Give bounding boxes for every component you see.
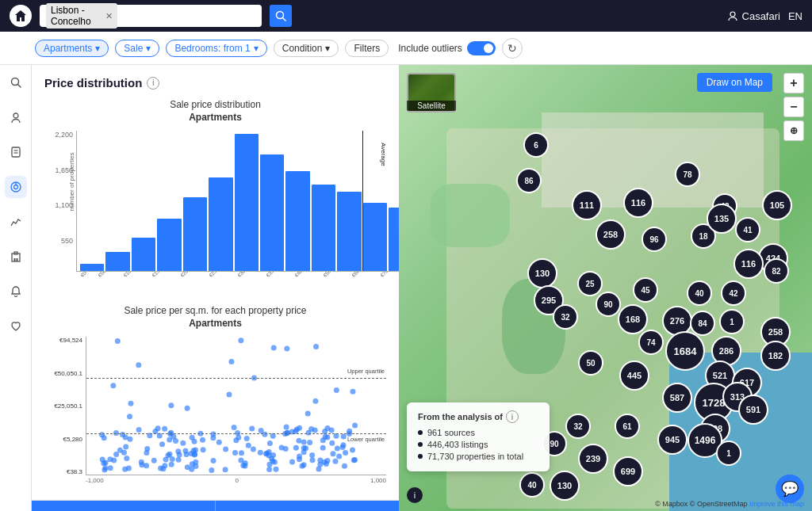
average-label: Average: [380, 143, 387, 166]
cluster-116b[interactable]: 116: [733, 249, 764, 279]
cluster-25[interactable]: 25: [577, 271, 603, 296]
cluster-61[interactable]: 61: [615, 414, 640, 439]
svg-point-127: [309, 452, 315, 458]
panel-info-icon[interactable]: i: [147, 77, 159, 90]
svg-point-178: [324, 458, 330, 463]
cluster-82[interactable]: 82: [764, 258, 789, 284]
cluster-105[interactable]: 105: [762, 190, 792, 220]
bedrooms-filter[interactable]: Bedrooms: from 1 ▾: [166, 40, 266, 57]
cluster-239[interactable]: 239: [578, 444, 608, 474]
sidebar-icon-chart[interactable]: [5, 211, 27, 233]
x-label-11: €700k-800k: [379, 272, 399, 284]
improve-map-link[interactable]: Improve this map: [749, 500, 804, 508]
sidebar-icon-search[interactable]: [5, 71, 27, 93]
location-button[interactable]: ⊕: [783, 120, 804, 141]
filters-button[interactable]: Filters: [345, 40, 389, 57]
cluster-74[interactable]: 74: [638, 330, 664, 355]
outliers-toggle[interactable]: [467, 41, 496, 55]
svg-point-116: [162, 426, 167, 432]
market-report-button[interactable]: Market report: [215, 501, 399, 511]
cluster-1b[interactable]: 1: [716, 440, 741, 466]
search-input[interactable]: [122, 10, 255, 22]
refresh-button[interactable]: ↻: [502, 38, 523, 59]
svg-point-30: [289, 460, 295, 465]
svg-point-57: [223, 467, 228, 472]
svg-point-124: [329, 440, 335, 446]
zoom-out-button[interactable]: −: [783, 97, 804, 117]
cluster-32b[interactable]: 32: [565, 414, 591, 439]
svg-point-143: [266, 467, 272, 472]
cluster-130b[interactable]: 130: [550, 471, 580, 501]
svg-point-102: [108, 465, 113, 471]
sidebar-icon-bell[interactable]: [5, 280, 27, 303]
cluster-116[interactable]: 116: [623, 188, 653, 218]
cluster-84[interactable]: 84: [690, 311, 715, 336]
cluster-445[interactable]: 445: [619, 360, 649, 391]
condition-filter[interactable]: Condition ▾: [274, 40, 339, 57]
cluster-96[interactable]: 96: [642, 227, 667, 252]
svg-point-22: [335, 446, 340, 452]
scatter-x-2: 0: [236, 477, 239, 484]
svg-point-5: [13, 113, 18, 118]
type-filter[interactable]: Apartments ▾: [35, 40, 109, 57]
cluster-42b[interactable]: 42: [721, 280, 746, 306]
zoom-in-button[interactable]: +: [783, 73, 804, 93]
upper-quartile-label: Upper quartile: [347, 368, 385, 375]
chart2-subtitle: Apartments: [44, 318, 386, 329]
scatter-y-axis: €94,524 €50,050.1 €25,050.1 €5,280 €38.3: [44, 337, 86, 475]
cluster-699[interactable]: 699: [613, 456, 643, 486]
action-bar: Advanced market analysis Market report: [32, 500, 399, 511]
draw-on-map-button[interactable]: Draw on Map: [697, 73, 772, 92]
sidebar-icon-analytics[interactable]: [5, 176, 27, 198]
sidebar-icon-building[interactable]: [5, 246, 27, 268]
svg-point-163: [177, 452, 182, 457]
market-analysis-button[interactable]: Advanced market analysis: [32, 501, 215, 511]
svg-point-10: [13, 185, 17, 189]
cluster-40b[interactable]: 40: [519, 472, 545, 498]
left-panel: Price distribution i Sale price distribu…: [32, 65, 399, 511]
cluster-1a[interactable]: 1: [719, 309, 745, 334]
svg-line-1: [283, 18, 286, 21]
average-line: Average: [362, 131, 364, 271]
cluster-32a[interactable]: 32: [553, 304, 578, 330]
cluster-130a[interactable]: 130: [527, 258, 557, 288]
cluster-6[interactable]: 6: [523, 132, 549, 158]
cluster-90a[interactable]: 90: [596, 292, 621, 317]
cluster-591[interactable]: 591: [738, 395, 768, 425]
bar-chart-section: Sale price distribution Apartments numbe…: [44, 99, 386, 289]
chat-button[interactable]: 💬: [776, 475, 804, 503]
sale-filter[interactable]: Sale ▾: [115, 40, 159, 57]
cluster-258[interactable]: 258: [596, 219, 626, 250]
search-button[interactable]: [270, 5, 292, 27]
cluster-135[interactable]: 135: [707, 204, 737, 234]
x-label-9: €500k-600k: [322, 272, 351, 284]
user-info: Casafari: [727, 10, 780, 22]
cluster-168[interactable]: 168: [618, 304, 648, 334]
map-info-badge[interactable]: i: [407, 487, 423, 503]
cluster-41[interactable]: 41: [735, 217, 760, 242]
cluster-40a[interactable]: 40: [687, 280, 712, 306]
sidebar-icon-doc[interactable]: [5, 141, 27, 163]
cluster-945[interactable]: 945: [657, 425, 688, 455]
sidebar-icon-user[interactable]: [5, 106, 27, 128]
svg-point-19: [232, 450, 238, 456]
x-label-5: €250k-300k: [208, 272, 237, 284]
sidebar-icon-heart[interactable]: [5, 315, 27, 337]
scatter-y-5: €38.3: [67, 468, 82, 475]
cluster-45[interactable]: 45: [633, 277, 658, 303]
cluster-86[interactable]: 86: [516, 168, 542, 193]
analysis-info-icon[interactable]: i: [506, 410, 519, 423]
cluster-182[interactable]: 182: [760, 341, 791, 371]
cluster-78[interactable]: 78: [675, 162, 700, 187]
cluster-111[interactable]: 111: [572, 190, 602, 220]
cluster-587[interactable]: 587: [662, 383, 692, 413]
svg-point-195: [284, 424, 289, 429]
analysis-listings: 446,403 listings: [418, 440, 538, 449]
svg-point-62: [238, 337, 243, 343]
cluster-50[interactable]: 50: [578, 350, 603, 376]
listings-bullet: [418, 442, 423, 447]
satellite-label[interactable]: Satellite: [407, 101, 456, 111]
clear-search-tag[interactable]: ✕: [105, 11, 113, 21]
search-bar[interactable]: Lisbon - Concelho ✕: [40, 5, 262, 27]
cluster-1684[interactable]: 1684: [665, 331, 705, 371]
